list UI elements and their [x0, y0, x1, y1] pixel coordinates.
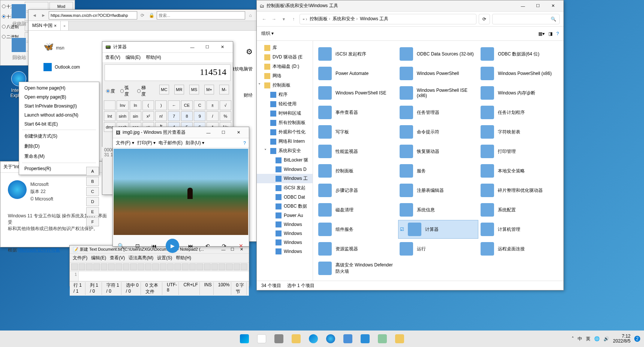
file-item[interactable]: Power Automate	[317, 64, 397, 83]
file-item[interactable]: 打印管理	[479, 142, 560, 161]
refresh-button[interactable]: ⟳	[479, 14, 490, 24]
calc-key[interactable]: ←	[168, 100, 180, 110]
explorer-taskbar[interactable]	[289, 331, 304, 346]
calc-key[interactable]: 7	[168, 111, 180, 121]
calc-key[interactable]: CE	[181, 100, 193, 110]
tree-item[interactable]: ODBC Dat	[257, 193, 313, 202]
hex-key[interactable]: A	[86, 167, 99, 176]
close-button[interactable]: ✕	[215, 42, 230, 52]
calc-key[interactable]: x²	[142, 111, 154, 121]
mode-radians[interactable]: 弧度	[120, 85, 132, 97]
calc-key[interactable]: n!	[155, 111, 167, 121]
minimize-button[interactable]: —	[185, 42, 200, 52]
crumb-item[interactable]: 系统和安全	[332, 16, 358, 22]
maximize-button[interactable]: ☐	[530, 1, 545, 11]
file-item[interactable]: 资源监视器	[317, 239, 397, 258]
toolbar-button[interactable]	[234, 263, 240, 270]
zoom-button[interactable]: 🔍	[116, 241, 126, 251]
menu-view[interactable]: 查看(V)	[105, 54, 120, 61]
network-icon[interactable]: 🌐	[594, 336, 600, 341]
calc-key[interactable]: Int	[104, 111, 115, 121]
calc-key[interactable]	[104, 100, 115, 110]
tree-item[interactable]: 本地磁盘 (D:)	[257, 62, 313, 71]
delete-button[interactable]: ✕	[236, 241, 246, 251]
fit-button[interactable]: ⊡	[132, 241, 142, 251]
calc-key[interactable]: )	[155, 100, 167, 110]
menu-item[interactable]: Start InPrivate Browsing(I)	[19, 102, 99, 111]
toolbar-button[interactable]	[204, 263, 211, 270]
back-button[interactable]: ◄	[31, 13, 38, 18]
tree-item[interactable]: iSCSI 发起	[257, 183, 313, 193]
start-button[interactable]	[237, 331, 252, 346]
side-link[interactable]: 财经	[244, 93, 253, 98]
calc-key[interactable]: 8	[181, 111, 193, 121]
calc-mminus[interactable]: M-	[219, 85, 229, 94]
file-item[interactable]: 本地安全策略	[479, 162, 560, 180]
file-item[interactable]: 运行	[398, 239, 479, 258]
url-input[interactable]	[49, 11, 137, 19]
tree-item[interactable]: 所有控制面板	[257, 118, 313, 127]
toolbar-button[interactable]	[71, 263, 78, 270]
calc-ms[interactable]: MS	[189, 85, 199, 94]
menu-email[interactable]: 电子邮件(E)	[159, 140, 183, 146]
toolbar-button[interactable]	[115, 263, 122, 270]
toolbar-button[interactable]	[86, 263, 93, 270]
file-item[interactable]: 计算机管理	[479, 220, 560, 239]
menu-item[interactable]: Launch without add-ons(N)	[19, 111, 99, 120]
toolbar-button[interactable]	[219, 263, 225, 270]
crumb-item[interactable]: 控制面板	[310, 16, 330, 22]
menu-item[interactable]: Open empty page(B)	[19, 93, 99, 102]
maximize-button[interactable]: ☐	[216, 127, 231, 138]
ie-taskbar[interactable]	[323, 331, 338, 346]
minimize-button[interactable]: —	[515, 1, 530, 11]
toolbar-button[interactable]	[174, 263, 181, 270]
organize-button[interactable]: 组织 ▾	[261, 30, 274, 37]
view-tiles-button[interactable]: ▦▾	[538, 31, 545, 36]
toolbar-button[interactable]	[123, 263, 130, 270]
file-item[interactable]: 系统配置	[479, 200, 560, 219]
toolbar-button[interactable]	[211, 263, 218, 270]
tree-item[interactable]: Windows 工	[257, 174, 313, 183]
notepad-taskbar[interactable]	[375, 331, 390, 346]
search-input[interactable]: 🔍	[492, 14, 560, 24]
calc-mplus[interactable]: M+	[204, 85, 214, 94]
tree-item[interactable]: DVD 驱动器 (E	[257, 52, 313, 62]
tree-item[interactable]: BitLocker 驱	[257, 156, 313, 165]
side-link[interactable]: 微软电脑管	[230, 66, 253, 72]
calc-key[interactable]: ±	[207, 100, 218, 110]
file-item[interactable]: 高级安全 Windows Defender 防火墙	[317, 259, 397, 278]
notification-badge[interactable]: 2	[634, 336, 640, 342]
hex-key[interactable]: C	[86, 187, 99, 196]
calc-mr[interactable]: MR	[174, 85, 184, 94]
file-item[interactable]: 组件服务	[317, 220, 397, 239]
toolbar-button[interactable]	[196, 263, 203, 270]
editor-area[interactable]: 1	[70, 271, 249, 281]
calc-mc[interactable]: MC	[159, 85, 169, 94]
tree-item[interactable]: 轻松使用	[257, 99, 313, 109]
refresh-button[interactable]: ⟳	[139, 13, 146, 18]
file-item[interactable]: 系统信息	[398, 200, 479, 219]
file-item[interactable]: 字符映射表	[479, 123, 560, 141]
toolbar-button[interactable]	[241, 263, 247, 270]
menu-help[interactable]: 帮助(H)	[146, 54, 161, 61]
hex-key[interactable]: D	[86, 197, 99, 206]
tree-item[interactable]: ODBC 数据	[257, 202, 313, 211]
help-button[interactable]: ?	[556, 31, 559, 36]
explorer2-taskbar[interactable]	[392, 331, 407, 346]
menu-item[interactable]: 重命名(M)	[19, 151, 99, 162]
toolbar-button[interactable]	[226, 263, 233, 270]
ime-mode[interactable]: 英	[586, 336, 590, 342]
back-button[interactable]: ←	[261, 16, 268, 22]
search-input[interactable]	[157, 11, 245, 19]
taskview-button[interactable]	[271, 331, 286, 346]
minimize-button[interactable]: —	[201, 127, 216, 138]
file-item[interactable]: Windows PowerShell ISE	[317, 84, 397, 102]
file-item[interactable]: Windows PowerShell (x86)	[479, 64, 560, 83]
rotate-left-button[interactable]: ↶	[203, 241, 213, 251]
tree-item[interactable]: Windows	[257, 247, 313, 256]
toolbar-button[interactable]	[152, 263, 159, 270]
calc-key[interactable]: C	[194, 100, 205, 110]
tree-item[interactable]: Windows D	[257, 165, 313, 174]
next-button[interactable]: ⏭	[186, 241, 196, 251]
menu-item[interactable]: Open home page(H)	[19, 84, 99, 93]
